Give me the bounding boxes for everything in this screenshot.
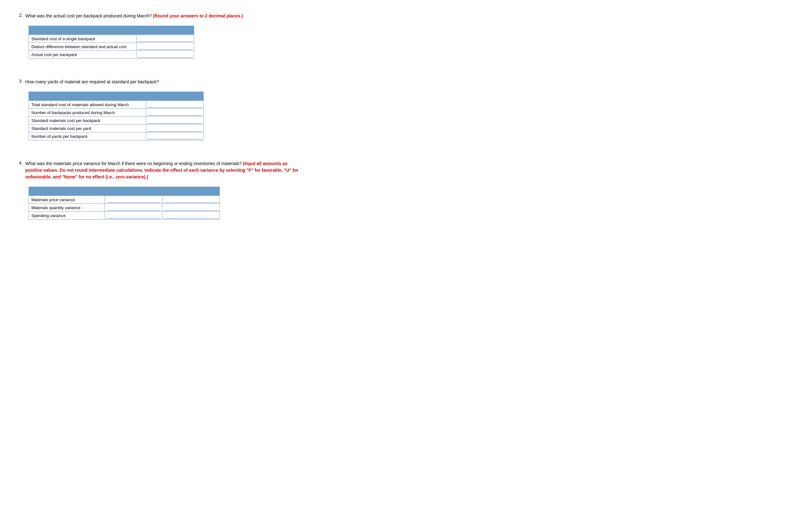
table-row: Actual cost per backpack [29,51,194,59]
q4-row2-label: Materials quantity variance [29,204,105,212]
q3-row4-input[interactable] [148,125,202,131]
q2-row1-input[interactable] [138,36,193,42]
q2-row3-input[interactable] [138,51,193,58]
q4-header-label [29,187,105,196]
q2-header-value [137,26,194,35]
q4-row3-input1[interactable] [106,212,161,219]
q4-row3-input1-cell[interactable] [105,212,162,220]
q3-header-label [29,92,146,101]
q2-row2-input-cell[interactable] [137,43,194,51]
q2-header-label [29,26,137,35]
table-row: Number of yards per backpack [29,132,204,140]
q3-header-value [146,92,204,101]
question-3-table: Total standard cost of materials allowed… [29,92,204,140]
question-2-header: 2. What was the actual cost per backpack… [19,13,305,19]
question-3-text: How many yards of material are required … [26,78,159,85]
table-row: Deduct difference between standard and a… [29,43,194,51]
q3-row2-input-cell[interactable] [146,109,204,117]
q3-row1-input[interactable] [148,101,202,108]
question-4-table: Materials price variance Materials quant… [29,187,220,220]
q2-row2-input[interactable] [138,43,193,50]
question-2-text: What was the actual cost per backpack pr… [26,13,243,19]
q4-row2-input1[interactable] [106,205,161,211]
q4-row2-input1-cell[interactable] [105,204,162,212]
q3-row5-input-cell[interactable] [146,132,204,140]
question-4-block: 4. What was the materials price variance… [19,160,793,221]
question-4-number: 4. [19,160,23,165]
q4-row3-input2[interactable] [164,212,218,219]
table-row: Spending variance [29,212,220,220]
q3-row1-label: Total standard cost of materials allowed… [29,101,146,109]
q4-header-value1 [105,187,162,196]
question-3-block: 3. How many yards of material are requir… [19,78,793,141]
q4-row1-input2[interactable] [164,196,218,203]
table-row: Materials quantity variance [29,204,220,212]
question-4-table-container: Materials price variance Materials quant… [29,187,220,220]
q3-row3-label: Standard materials cost per backpack [29,117,146,124]
q3-header-row [29,92,204,101]
question-4-header: 4. What was the materials price variance… [19,160,305,180]
q2-header-row [29,26,194,35]
q4-row2-input2-cell[interactable] [162,204,220,212]
q4-row3-label: Spending variance [29,212,105,220]
question-2-block: 2. What was the actual cost per backpack… [19,13,793,60]
q3-row4-label: Standard materials cost per yard [29,124,146,132]
q2-row3-label: Actual cost per backpack [29,51,137,59]
table-row: Materials price variance [29,196,220,204]
question-2-table: Standard cost of a single backpack Deduc… [29,26,194,59]
table-row: Standard materials cost per backpack [29,117,204,124]
q4-header-value2 [162,187,220,196]
question-2-number: 2. [19,13,23,18]
table-row: Number of backpacks produced during Marc… [29,109,204,117]
q3-row4-input-cell[interactable] [146,124,204,132]
q4-row2-input2[interactable] [164,205,218,211]
q4-row1-input1-cell[interactable] [105,196,162,204]
q3-row2-label: Number of backpacks produced during Marc… [29,109,146,117]
q3-row5-label: Number of yards per backpack [29,132,146,140]
question-4-text: What was the materials price variance fo… [26,160,305,180]
q2-row1-label: Standard cost of a single backpack [29,35,137,43]
question-2-table-container: Standard cost of a single backpack Deduc… [29,26,194,59]
q3-row3-input-cell[interactable] [146,117,204,124]
q2-row2-label: Deduct difference between standard and a… [29,43,137,51]
q2-row1-input-cell[interactable] [137,35,194,43]
q3-row3-input[interactable] [148,117,202,124]
q4-row1-input1[interactable] [106,196,161,203]
q3-row2-input[interactable] [148,109,202,116]
q4-row3-input2-cell[interactable] [162,212,220,220]
table-row: Total standard cost of materials allowed… [29,101,204,109]
q3-row5-input[interactable] [148,133,202,139]
q4-row1-label: Materials price variance [29,196,105,204]
q2-row3-input-cell[interactable] [137,51,194,59]
question-3-table-container: Total standard cost of materials allowed… [29,92,204,140]
question-2-instruction: (Round your answers to 2 decimal places.… [153,13,243,18]
table-row: Standard materials cost per yard [29,124,204,132]
q4-header-row [29,187,220,196]
question-3-header: 3. How many yards of material are requir… [19,78,305,85]
question-3-number: 3. [19,78,23,83]
table-row: Standard cost of a single backpack [29,35,194,43]
q3-row1-input-cell[interactable] [146,101,204,109]
q4-row1-input2-cell[interactable] [162,196,220,204]
